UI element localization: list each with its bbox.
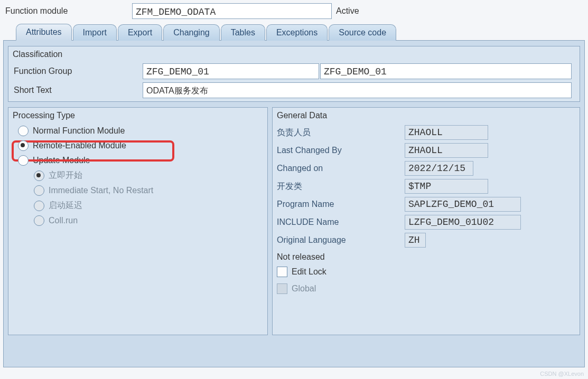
radio-remote-label: Remote-Enabled Module xyxy=(33,141,126,150)
program-name-value: SAPLZFG_DEMO_01 xyxy=(405,197,521,212)
radio-update-row[interactable]: Update Module xyxy=(8,153,267,168)
radio-remote-row[interactable]: Remote-Enabled Module xyxy=(8,138,267,153)
tab-strip: Attributes Import Export Changing Tables… xyxy=(0,21,588,40)
edit-lock-checkbox[interactable] xyxy=(277,267,287,277)
general-data-group: General Data 负责人员 ZHAOLL Last Changed By… xyxy=(272,107,580,335)
function-module-input[interactable]: ZFM_DEMO_ODATA xyxy=(132,3,332,19)
program-name-label: Program Name xyxy=(277,200,405,209)
orig-lang-value: ZH xyxy=(405,233,426,248)
tab-import[interactable]: Import xyxy=(73,24,117,41)
radio-update[interactable] xyxy=(18,155,29,166)
radio-sub-delayed-row: 启动延迟 xyxy=(8,198,267,213)
tab-exceptions[interactable]: Exceptions xyxy=(266,24,328,41)
radio-normal-label: Normal Function Module xyxy=(33,126,125,136)
function-group-input[interactable]: ZFG_DEMO_01 xyxy=(143,63,319,79)
radio-sub-no-restart xyxy=(34,185,44,196)
global-row: Global xyxy=(273,280,580,297)
last-changed-by-row: Last Changed By ZHAOLL xyxy=(273,141,580,159)
radio-sub-collrun-row: Coll.run xyxy=(8,213,267,228)
processing-type-title: Processing Type xyxy=(8,108,267,124)
processing-type-group: Processing Type Normal Function Module R… xyxy=(8,107,268,335)
lower-row: Processing Type Normal Function Module R… xyxy=(8,107,580,335)
global-label: Global xyxy=(292,284,316,293)
classification-group: Classification Function Group ZFG_DEMO_0… xyxy=(8,46,580,102)
orig-lang-row: Original Language ZH xyxy=(273,231,580,249)
radio-sub-no-restart-label: Immediate Start, No Restart xyxy=(49,186,153,195)
function-group-row: Function Group ZFG_DEMO_01 ZFG_DEMO_01 xyxy=(12,63,576,79)
person-label: 负责人员 xyxy=(277,127,405,138)
short-text-input[interactable]: ODATA服务发布 xyxy=(143,82,572,98)
tab-changing[interactable]: Changing xyxy=(163,24,220,41)
radio-sub-immediate xyxy=(34,170,44,181)
changed-on-label: Changed on xyxy=(277,164,405,173)
last-changed-by-label: Last Changed By xyxy=(277,146,405,155)
dev-class-value: $TMP xyxy=(405,179,488,194)
orig-lang-label: Original Language xyxy=(277,235,405,245)
include-name-value: LZFG_DEMO_01U02 xyxy=(405,215,521,230)
radio-sub-immediate-label: 立即开始 xyxy=(49,170,82,181)
edit-lock-label: Edit Lock xyxy=(292,267,326,277)
radio-sub-no-restart-row: Immediate Start, No Restart xyxy=(8,183,267,198)
person-row: 负责人员 ZHAOLL xyxy=(273,124,580,141)
tab-export[interactable]: Export xyxy=(118,24,162,41)
changed-on-value: 2022/12/15 xyxy=(405,161,473,176)
global-checkbox xyxy=(277,283,287,294)
radio-sub-delayed xyxy=(34,201,44,211)
person-value: ZHAOLL xyxy=(405,125,488,140)
function-module-label: Function module xyxy=(3,6,132,16)
radio-sub-collrun xyxy=(34,215,44,226)
status-active: Active xyxy=(332,6,359,16)
changed-on-row: Changed on 2022/12/15 xyxy=(273,159,580,177)
tab-tables[interactable]: Tables xyxy=(221,24,265,41)
not-released-row: Not released xyxy=(273,249,580,263)
watermark: CSDN @XLevon xyxy=(540,371,584,377)
radio-sub-delayed-label: 启动延迟 xyxy=(49,200,82,211)
tab-source-code[interactable]: Source code xyxy=(329,24,396,41)
last-changed-by-value: ZHAOLL xyxy=(405,143,488,158)
radio-normal[interactable] xyxy=(18,126,29,136)
radio-sub-collrun-label: Coll.run xyxy=(49,216,78,225)
tab-body: Classification Function Group ZFG_DEMO_0… xyxy=(3,40,585,367)
not-released-label: Not released xyxy=(277,252,325,262)
radio-update-label: Update Module xyxy=(33,156,90,165)
dev-class-row: 开发类 $TMP xyxy=(273,177,580,195)
radio-remote[interactable] xyxy=(18,140,29,151)
dev-class-label: 开发类 xyxy=(277,181,405,192)
function-group-label: Function Group xyxy=(12,67,143,76)
function-group-desc-input[interactable]: ZFG_DEMO_01 xyxy=(320,63,572,79)
radio-normal-row[interactable]: Normal Function Module xyxy=(8,124,267,138)
header-row: Function module ZFM_DEMO_ODATA Active xyxy=(0,0,588,21)
program-name-row: Program Name SAPLZFG_DEMO_01 xyxy=(273,195,580,213)
include-name-label: INCLUDE Name xyxy=(277,217,405,227)
radio-sub-immediate-row: 立即开始 xyxy=(8,168,267,183)
general-data-title: General Data xyxy=(273,108,580,124)
tab-attributes[interactable]: Attributes xyxy=(16,24,72,41)
short-text-row: Short Text ODATA服务发布 xyxy=(12,82,576,98)
classification-title: Classification xyxy=(8,46,580,62)
short-text-label: Short Text xyxy=(12,86,143,95)
edit-lock-row[interactable]: Edit Lock xyxy=(273,263,580,280)
include-name-row: INCLUDE Name LZFG_DEMO_01U02 xyxy=(273,213,580,231)
